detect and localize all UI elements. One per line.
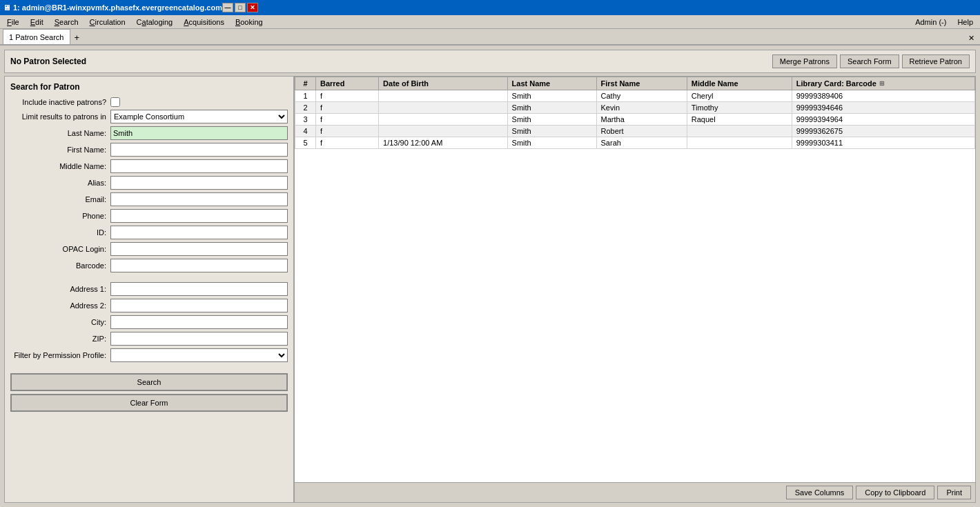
- app-icon: 🖥: [3, 3, 10, 12]
- barcode-label: Barcode:: [10, 261, 110, 270]
- col-header-last-name: Last Name: [507, 77, 596, 90]
- zip-input[interactable]: [110, 332, 288, 346]
- col-header-first-name: First Name: [596, 77, 687, 90]
- address1-input[interactable]: [110, 282, 288, 296]
- copy-clipboard-button[interactable]: Copy to Clipboard: [856, 486, 934, 499]
- opac-login-row: OPAC Login:: [10, 242, 288, 256]
- help-menu[interactable]: Help: [952, 17, 979, 28]
- results-table: # Barred Date of Birth Last Name First N…: [295, 77, 975, 149]
- address1-row: Address 1:: [10, 282, 288, 296]
- include-inactive-label: Include inactive patrons?: [10, 98, 110, 106]
- first-name-input[interactable]: [110, 143, 288, 157]
- phone-label: Phone:: [10, 212, 110, 220]
- clear-form-button[interactable]: Clear Form: [10, 394, 288, 412]
- menu-search[interactable]: Search: [49, 17, 84, 28]
- search-panel-title: Search for Patron: [10, 82, 288, 92]
- city-row: City:: [10, 315, 288, 329]
- tab-close-icon[interactable]: ✕: [966, 32, 977, 44]
- save-columns-button[interactable]: Save Columns: [786, 486, 854, 499]
- table-row[interactable]: 5f1/13/90 12:00 AMSmithSarah99999303411: [295, 137, 975, 149]
- results-tbody: 1fSmithCathyCheryl999993894062fSmithKevi…: [295, 90, 975, 149]
- col-header-dob: Date of Birth: [379, 77, 507, 90]
- minimize-button[interactable]: —: [222, 3, 233, 12]
- menu-cataloging[interactable]: Cataloging: [131, 17, 179, 28]
- last-name-row: Last Name:: [10, 126, 288, 140]
- table-row[interactable]: 2fSmithKevinTimothy99999394646: [295, 102, 975, 114]
- email-row: Email:: [10, 192, 288, 206]
- search-form-button[interactable]: Search Form: [840, 54, 899, 68]
- top-buttons: Merge Patrons Search Form Retrieve Patro…: [772, 54, 970, 68]
- content-area: Search for Patron Include inactive patro…: [4, 76, 976, 503]
- limit-results-select[interactable]: Example Consortium: [110, 110, 288, 123]
- col-header-barred: Barred: [316, 77, 379, 90]
- title-text: 1: admin@BR1-winxpvmfx.phasefx.evergreen…: [13, 3, 222, 12]
- results-table-container: # Barred Date of Birth Last Name First N…: [295, 77, 975, 482]
- zip-row: ZIP:: [10, 332, 288, 346]
- menu-circulation[interactable]: Circulation: [84, 17, 131, 28]
- phone-row: Phone:: [10, 209, 288, 223]
- filter-row: Filter by Permission Profile:: [10, 348, 288, 362]
- col-resize-icon: ⊞: [879, 80, 885, 87]
- address2-label: Address 2:: [10, 301, 110, 310]
- last-name-label: Last Name:: [10, 129, 110, 137]
- top-panel: No Patron Selected Merge Patrons Search …: [4, 50, 976, 73]
- table-row[interactable]: 1fSmithCathyCheryl99999389406: [295, 90, 975, 102]
- table-row[interactable]: 4fSmithRobert99999362675: [295, 126, 975, 137]
- no-patron-label: No Patron Selected: [10, 57, 86, 66]
- filter-label: Filter by Permission Profile:: [10, 351, 110, 359]
- include-inactive-row: Include inactive patrons?: [10, 97, 288, 107]
- middle-name-row: Middle Name:: [10, 159, 288, 173]
- barcode-input[interactable]: [110, 259, 288, 272]
- email-input[interactable]: [110, 192, 288, 206]
- alias-input[interactable]: [110, 176, 288, 190]
- middle-name-input[interactable]: [110, 159, 288, 173]
- include-inactive-checkbox[interactable]: [110, 97, 120, 107]
- table-header-row: # Barred Date of Birth Last Name First N…: [295, 77, 975, 90]
- table-row[interactable]: 3fSmithMarthaRaquel99999394964: [295, 114, 975, 126]
- alias-row: Alias:: [10, 176, 288, 190]
- address2-input[interactable]: [110, 299, 288, 312]
- search-panel: Search for Patron Include inactive patro…: [5, 77, 295, 502]
- form-buttons: Search Clear Form: [10, 373, 288, 412]
- address2-row: Address 2:: [10, 299, 288, 312]
- opac-login-label: OPAC Login:: [10, 245, 110, 253]
- admin-menu[interactable]: Admin (-): [910, 17, 952, 28]
- address1-label: Address 1:: [10, 285, 110, 293]
- phone-input[interactable]: [110, 209, 288, 223]
- maximize-button[interactable]: □: [235, 3, 246, 12]
- last-name-input[interactable]: [110, 126, 288, 140]
- first-name-row: First Name:: [10, 143, 288, 157]
- results-bottom: Save Columns Copy to Clipboard Print: [295, 482, 975, 502]
- menu-bar: File Edit Search Circulation Cataloging …: [0, 15, 980, 29]
- col-header-middle-name: Middle Name: [687, 77, 792, 90]
- city-input[interactable]: [110, 315, 288, 329]
- tab-patron-search[interactable]: 1 Patron Search: [3, 29, 70, 44]
- col-header-library-card-label: Library Card: Barcode: [796, 79, 876, 88]
- merge-patrons-button[interactable]: Merge Patrons: [772, 54, 837, 68]
- menu-edit[interactable]: Edit: [25, 17, 49, 28]
- menu-booking[interactable]: Booking: [230, 17, 268, 28]
- filter-select[interactable]: [110, 348, 288, 362]
- menu-acquisitions[interactable]: Acquisitions: [178, 17, 230, 28]
- results-panel: # Barred Date of Birth Last Name First N…: [295, 77, 975, 502]
- id-label: ID:: [10, 228, 110, 237]
- limit-results-row: Limit results to patrons in Example Cons…: [10, 110, 288, 123]
- window-close-button[interactable]: ✕: [247, 3, 258, 12]
- opac-login-input[interactable]: [110, 242, 288, 256]
- print-button[interactable]: Print: [937, 486, 971, 499]
- main-content: No Patron Selected Merge Patrons Search …: [0, 46, 980, 507]
- email-label: Email:: [10, 195, 110, 203]
- middle-name-label: Middle Name:: [10, 162, 110, 170]
- col-header-num: #: [295, 77, 316, 90]
- limit-results-label: Limit results to patrons in: [10, 112, 110, 121]
- id-input[interactable]: [110, 226, 288, 239]
- barcode-row: Barcode:: [10, 259, 288, 272]
- menu-file[interactable]: File: [1, 17, 25, 28]
- city-label: City:: [10, 318, 110, 326]
- tab-bar: 1 Patron Search + ✕: [0, 29, 980, 46]
- retrieve-patron-button[interactable]: Retrieve Patron: [902, 54, 970, 68]
- search-button[interactable]: Search: [10, 373, 288, 391]
- first-name-label: First Name:: [10, 146, 110, 154]
- id-row: ID:: [10, 226, 288, 239]
- tab-add-button[interactable]: +: [70, 31, 84, 44]
